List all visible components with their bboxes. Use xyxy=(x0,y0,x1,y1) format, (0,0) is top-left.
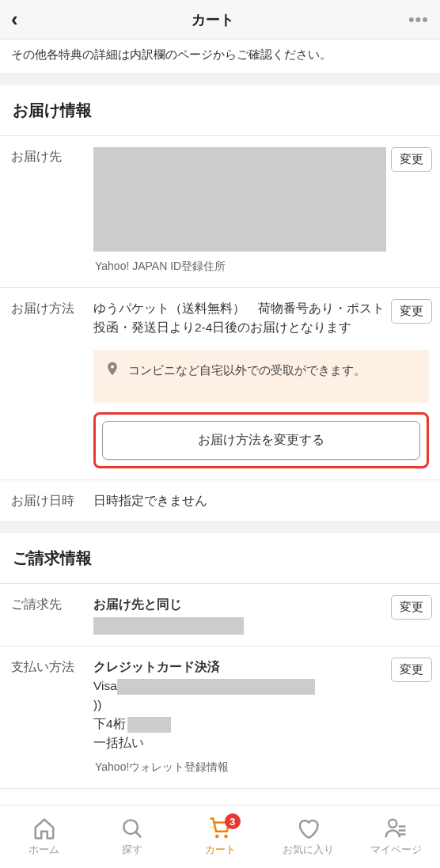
billto-row: ご請求先 お届け先と同じ 変更 xyxy=(0,584,440,646)
person-icon xyxy=(384,817,408,840)
delivery-datetime-row: お届け日時 日時指定できません xyxy=(0,480,440,522)
tab-search-label: 探す xyxy=(122,843,142,857)
change-delivery-method-button[interactable]: お届け方法を変更する xyxy=(102,421,420,460)
tab-home-label: ホーム xyxy=(28,843,59,857)
billto-label: ご請求先 xyxy=(11,595,93,613)
change-payment-button[interactable]: 変更 xyxy=(391,658,432,682)
tab-search[interactable]: 探す xyxy=(88,805,176,868)
change-method-button[interactable]: 変更 xyxy=(391,299,432,324)
tab-fav-label: お気に入り xyxy=(283,843,334,857)
header: ‹ カート ••• xyxy=(0,0,440,40)
home-icon xyxy=(32,817,56,840)
payment-row: 支払い方法 クレジットカード決済 Visa )) 下4桁 一括払い Yahoo!… xyxy=(0,646,440,789)
billto-redacted xyxy=(93,617,244,635)
address-caption: Yahoo! JAPAN ID登録住所 xyxy=(93,257,227,276)
cart-badge: 3 xyxy=(225,813,241,829)
delivery-method-text: ゆうパケット（送料無料） 荷物番号あり・ポスト投函・発送日より2-4日後のお届け… xyxy=(93,299,386,337)
pickup-info-box: コンビニなど自宅以外での受取ができます。 xyxy=(93,350,429,403)
pickup-highlight: お届け方法を変更する xyxy=(93,412,429,468)
delivery-method-row: お届け方法 ゆうパケット（送料無料） 荷物番号あり・ポスト投函・発送日より2-4… xyxy=(0,288,440,480)
svg-point-0 xyxy=(123,820,138,834)
tab-favorites[interactable]: お気に入り xyxy=(264,805,352,868)
address-redacted xyxy=(93,147,386,252)
svg-point-4 xyxy=(389,820,397,828)
change-address-button[interactable]: 変更 xyxy=(391,147,432,172)
tab-mypage-label: マイページ xyxy=(370,843,422,857)
page-title: カート xyxy=(192,10,234,29)
change-billto-button[interactable]: 変更 xyxy=(391,595,432,620)
search-icon xyxy=(120,817,144,840)
tab-home[interactable]: ホーム xyxy=(0,805,88,868)
delivery-datetime-text: 日時指定できません xyxy=(93,491,432,510)
content: その他各特典の詳細は内訳欄のページからご確認ください。 お届け情報 お届け先 Y… xyxy=(0,40,440,805)
payment-installment: 一括払い xyxy=(93,733,386,752)
delivery-address-row: お届け先 Yahoo! JAPAN ID登録住所 変更 xyxy=(0,136,440,288)
tab-mypage[interactable]: マイページ xyxy=(352,805,440,868)
delivery-address-label: お届け先 xyxy=(11,147,93,165)
back-button[interactable]: ‹ xyxy=(11,7,18,32)
payment-label: 支払い方法 xyxy=(11,658,93,676)
payment-redacted-1 xyxy=(117,679,315,695)
payment-caption: Yahoo!ウォレット登録情報 xyxy=(93,758,230,777)
delivery-datetime-label: お届け日時 xyxy=(11,491,93,510)
payment-visa: Visa xyxy=(93,679,117,692)
payment-last4-prefix: 下4桁 xyxy=(93,717,126,730)
tab-cart-label: カート xyxy=(205,843,236,857)
payment-paren: )) xyxy=(93,696,386,714)
more-button[interactable]: ••• xyxy=(408,9,429,30)
svg-point-2 xyxy=(215,835,219,839)
pickup-message: コンビニなど自宅以外での受取ができます。 xyxy=(128,363,366,378)
delivery-method-label: お届け方法 xyxy=(11,299,93,317)
location-pin-icon xyxy=(104,361,120,381)
heart-icon xyxy=(296,817,320,840)
billing-section-title: ご請求情報 xyxy=(0,533,440,584)
delivery-section: お届け情報 お届け先 Yahoo! JAPAN ID登録住所 変更 お届け方法 … xyxy=(0,85,440,522)
billto-text: お届け先と同じ xyxy=(93,595,386,614)
svg-point-3 xyxy=(224,835,228,839)
payment-title: クレジットカード決済 xyxy=(93,658,386,677)
billing-section: ご請求情報 ご請求先 お届け先と同じ 変更 支払い方法 クレジットカード決済 V… xyxy=(0,533,440,789)
tab-bar: ホーム 探す 3 カート お気に入り マイページ xyxy=(0,805,440,868)
tab-cart[interactable]: 3 カート xyxy=(176,805,264,868)
confirm-block: 【確認事項】 免責事項 お買い物ガイド 返品について 注文者情報、配送先情報、決… xyxy=(0,789,440,805)
svg-line-1 xyxy=(136,832,142,838)
benefits-notice: その他各特典の詳細は内訳欄のページからご確認ください。 xyxy=(0,40,440,74)
payment-redacted-2 xyxy=(127,717,171,733)
delivery-section-title: お届け情報 xyxy=(0,85,440,136)
